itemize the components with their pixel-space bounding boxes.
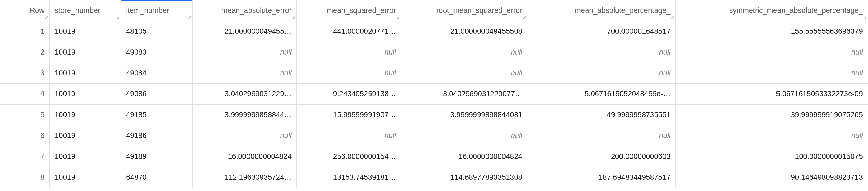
cell-mape: 200.00000000603 [527,146,676,167]
cell-row-number: 6 [0,126,50,146]
cell-mae: null [192,126,297,146]
cell-mae: 21.000000049455… [192,21,297,42]
table-row[interactable]: 410019490863.0402969031229…9.24340525913… [0,84,868,105]
null-value: null [659,132,671,140]
column-header-label: Row [30,6,44,15]
column-header-label: store_number [55,6,100,15]
cell-row-number: 5 [0,105,50,126]
cell-rmse: null [401,63,527,84]
cell-mape: null [527,63,676,84]
cell-item-number: 49189 [121,146,192,167]
cell-row-number: 8 [0,167,50,188]
cell-store-number: 10019 [50,126,121,146]
resize-handle-icon[interactable] [671,16,674,20]
cell-item-number: 49083 [121,42,192,63]
null-value: null [659,48,671,56]
column-header-mae[interactable]: mean_absolute_error [192,0,297,21]
column-header-label: mean_squared_error [327,6,396,15]
null-value: null [280,132,291,140]
null-value: null [280,48,291,56]
cell-store-number: 10019 [50,42,121,63]
column-header-row[interactable]: Row [0,0,50,21]
cell-item-number: 48105 [121,21,192,42]
column-header-label: item_number [126,6,169,15]
cell-smape: 39.999999919075265 [676,105,868,126]
null-value: null [851,132,863,140]
table-row[interactable]: 81001964870112.19630935724…13153.7453918… [0,167,868,188]
cell-smape: null [676,63,868,84]
table-row[interactable]: 21001949083nullnullnullnullnull [0,42,868,63]
cell-row-number: 2 [0,42,50,63]
column-header-store-number[interactable]: store_number [50,0,121,21]
cell-mae: 16.0000000004824 [192,146,297,167]
cell-rmse: 21.000000049455508 [401,21,527,42]
results-table: Row store_number item_number mean_absolu… [0,0,868,188]
null-value: null [659,69,671,77]
column-header-rmse[interactable]: root_mean_squared_error [401,0,527,21]
resize-handle-icon[interactable] [187,16,191,20]
column-header-label: symmetric_mean_absolute_percentage_ [729,6,863,15]
cell-mape: 187.69483449587517 [527,167,676,188]
cell-item-number: 49084 [121,63,192,84]
cell-mape: null [527,126,676,146]
resize-handle-icon[interactable] [522,16,526,20]
column-header-label: mean_absolute_percentage_ [575,6,671,15]
null-value: null [511,69,522,77]
cell-mse: 441.0000020771… [297,21,401,42]
cell-smape: 5.0671615053332273e-09 [676,84,868,105]
cell-smape: 100.0000000015075 [676,146,868,167]
cell-store-number: 10019 [50,63,121,84]
column-header-label: mean_absolute_error [221,6,292,15]
column-header-smape[interactable]: symmetric_mean_absolute_percentage_ [676,0,868,21]
cell-mse: 15.99999991907… [297,105,401,126]
null-value: null [851,48,863,56]
table-row[interactable]: 1100194810521.000000049455…441.000002077… [0,21,868,42]
cell-store-number: 10019 [50,21,121,42]
cell-mape: 5.0671615052048456e-… [527,84,676,105]
cell-rmse: 16.0000000004824 [401,146,527,167]
cell-mse: null [297,63,401,84]
cell-mae: 3.0402969031229… [192,84,297,105]
cell-mse: 9.243405259138… [297,84,401,105]
resize-handle-icon[interactable] [396,16,400,20]
column-header-mse[interactable]: mean_squared_error [297,0,401,21]
cell-store-number: 10019 [50,105,121,126]
cell-mae: null [192,63,297,84]
cell-item-number: 49186 [121,126,192,146]
cell-mae: null [192,42,297,63]
table-row[interactable]: 7100194918916.0000000004824256.000000015… [0,146,868,167]
table-row[interactable]: 510019491853.9999999898844…15.9999999190… [0,105,868,126]
null-value: null [851,69,863,77]
resize-handle-icon[interactable] [863,16,867,20]
cell-item-number: 49086 [121,84,192,105]
column-header-mape[interactable]: mean_absolute_percentage_ [527,0,676,21]
cell-row-number: 1 [0,21,50,42]
cell-smape: null [676,42,868,63]
cell-mae: 3.9999999898844… [192,105,297,126]
table-body: 1100194810521.000000049455…441.000002077… [0,21,868,188]
cell-mape: 700.000001648517 [527,21,676,42]
cell-rmse: null [401,42,527,63]
cell-smape: 90.146498098823713 [676,167,868,188]
null-value: null [384,48,396,56]
cell-rmse: 114.68977893351308 [401,167,527,188]
cell-store-number: 10019 [50,146,121,167]
null-value: null [384,69,396,77]
cell-mse: 256.0000000154… [297,146,401,167]
resize-handle-icon[interactable] [44,16,48,20]
cell-mae: 112.19630935724… [192,167,297,188]
resize-handle-icon[interactable] [116,16,120,20]
cell-store-number: 10019 [50,84,121,105]
cell-item-number: 64870 [121,167,192,188]
cell-row-number: 4 [0,84,50,105]
cell-row-number: 3 [0,63,50,84]
cell-item-number: 49185 [121,105,192,126]
active-column-indicator [121,0,192,1]
table-header-row: Row store_number item_number mean_absolu… [0,0,868,21]
cell-rmse: null [401,126,527,146]
column-header-item-number[interactable]: item_number [121,0,192,21]
table-row[interactable]: 31001949084nullnullnullnullnull [0,63,868,84]
table-row[interactable]: 61001949186nullnullnullnullnull [0,126,868,146]
column-header-label: root_mean_squared_error [436,6,522,15]
resize-handle-icon[interactable] [291,16,296,20]
